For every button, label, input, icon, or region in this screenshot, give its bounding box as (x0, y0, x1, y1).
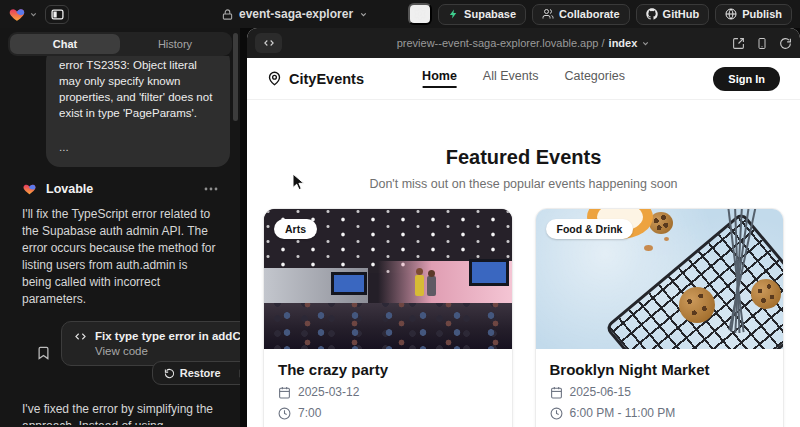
category-badge: Arts (274, 219, 317, 239)
user-message-text: error TS2353: Object literal may only sp… (59, 57, 217, 121)
publish-button[interactable]: Publish (715, 4, 792, 25)
user-message-more: ... (59, 139, 217, 155)
github-icon (646, 8, 658, 20)
site-brand[interactable]: CityEvents (267, 71, 364, 87)
preview-version-button[interactable]: Preview (231, 365, 240, 381)
view-code-link[interactable]: View code (95, 345, 240, 357)
user-message-bubble: error TS2353: Object literal may only sp… (46, 56, 230, 167)
site-nav: Home All Events Categories (422, 69, 625, 88)
event-date: 2025-06-15 (550, 385, 770, 399)
preview-url-host: preview--event-saga-explorer.lovable.app… (397, 37, 605, 49)
code-change-title: Fix type type error in addCoHost (95, 330, 240, 342)
event-image: Arts (264, 209, 512, 349)
message-2-text: I've fixed the error by simplifying the … (22, 402, 213, 425)
preview-pane: preview--event-saga-explorer.lovable.app… (247, 28, 800, 427)
more-options-icon[interactable] (204, 187, 218, 191)
event-date-text: 2025-06-15 (570, 385, 631, 399)
project-switcher[interactable]: event-saga-explorer (222, 0, 368, 28)
supabase-label: Supabase (464, 8, 516, 20)
collaborate-icon (542, 8, 554, 20)
open-in-new-tab-icon[interactable] (732, 37, 745, 50)
nav-all-events[interactable]: All Events (483, 69, 539, 88)
restore-label: Restore (180, 367, 221, 379)
code-icon (263, 38, 275, 48)
external-link-icon (239, 368, 240, 379)
code-view-toggle[interactable] (255, 33, 282, 53)
preview-url-page: index (609, 37, 638, 49)
collaborate-button[interactable]: Collaborate (532, 4, 630, 25)
github-button[interactable]: GitHub (636, 4, 710, 25)
clock-icon (550, 407, 563, 420)
chevron-down-icon (641, 39, 650, 48)
chevron-down-icon (359, 10, 368, 19)
panel-toggle-icon (51, 9, 64, 20)
event-date: 2025-03-12 (278, 385, 498, 399)
assistant-message-1: I'll fix the TypeScript error related to… (22, 206, 220, 308)
sign-in-button[interactable]: Sign In (713, 67, 780, 91)
publish-label: Publish (742, 8, 782, 20)
github-label: GitHub (663, 8, 700, 20)
chat-panel: Chat History error TS2353: Object litera… (0, 28, 240, 427)
chevron-down-icon (29, 10, 38, 19)
nav-categories[interactable]: Categories (564, 69, 624, 88)
event-time-text: 6:00 PM - 11:00 PM (570, 406, 676, 420)
event-time-text: 7:00 (298, 406, 321, 420)
assistant-message-2: I've fixed the error by simplifying the … (22, 401, 220, 425)
assistant-header: Lovable (22, 182, 218, 196)
chat-scrollbar[interactable] (233, 33, 238, 121)
code-icon (74, 331, 87, 342)
lock-icon (222, 9, 233, 20)
assistant-name: Lovable (46, 182, 93, 196)
clock-icon (278, 407, 291, 420)
event-date-text: 2025-03-12 (298, 385, 359, 399)
restore-icon (164, 368, 175, 379)
preview-url[interactable]: preview--event-saga-explorer.lovable.app… (397, 37, 651, 49)
collaborate-label: Collaborate (559, 8, 620, 20)
supabase-button[interactable]: Supabase (438, 4, 526, 25)
site-brand-name: CityEvents (289, 71, 364, 87)
calendar-icon (550, 386, 563, 399)
restore-button[interactable]: Restore (156, 365, 229, 381)
tab-history[interactable]: History (120, 34, 230, 54)
event-card-arts[interactable]: Arts The crazy party 2025-03-12 (263, 208, 513, 427)
preview-toolbar: preview--event-saga-explorer.lovable.app… (247, 28, 800, 58)
chat-history-tabs: Chat History (8, 32, 232, 56)
publish-icon (725, 8, 737, 20)
event-title: The crazy party (278, 361, 498, 378)
toggle-sidebar-button[interactable] (45, 5, 69, 24)
project-name: event-saga-explorer (239, 7, 353, 21)
event-card-food[interactable]: Food & Drink Brooklyn Night Market 2025-… (535, 208, 785, 427)
code-change-card[interactable]: Fix type type error in addCoHost View co… (61, 321, 240, 366)
refresh-icon[interactable] (779, 37, 792, 50)
event-image: Food & Drink (536, 209, 784, 349)
supabase-icon (448, 8, 459, 20)
bookmark-icon[interactable] (36, 345, 51, 361)
event-cards: Arts The crazy party 2025-03-12 (247, 208, 800, 427)
event-time: 7:00 (278, 406, 498, 420)
site-preview: CityEvents Home All Events Categories Si… (247, 58, 800, 427)
featured-section-header: Featured Events Don't miss out on these … (247, 146, 800, 191)
event-title: Brooklyn Night Market (550, 361, 770, 378)
category-badge: Food & Drink (546, 219, 634, 239)
lovable-heart-icon (8, 6, 26, 23)
version-actions: Restore Preview (152, 361, 240, 385)
tab-chat[interactable]: Chat (10, 34, 120, 54)
nav-home[interactable]: Home (422, 69, 457, 88)
lovable-menu[interactable] (8, 6, 38, 23)
lovable-heart-icon (22, 182, 37, 196)
calendar-icon (278, 386, 291, 399)
map-pin-icon (267, 71, 282, 86)
chat-messages[interactable]: error TS2353: Object literal may only sp… (0, 56, 240, 425)
section-subtitle: Don't miss out on these popular events h… (247, 177, 800, 191)
event-time: 6:00 PM - 11:00 PM (550, 406, 770, 420)
app-topbar: event-saga-explorer Supabase (0, 0, 800, 28)
settings-button[interactable] (408, 3, 432, 25)
site-header: CityEvents Home All Events Categories Si… (247, 58, 800, 100)
mobile-view-icon[interactable] (756, 37, 768, 50)
section-title: Featured Events (247, 146, 800, 169)
gear-icon (413, 7, 427, 21)
